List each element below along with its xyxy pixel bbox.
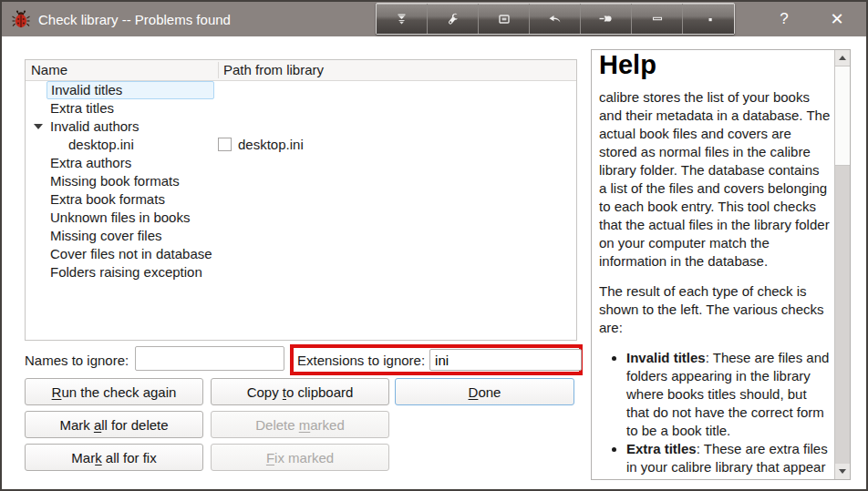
window-title: Check library -- Problems found [38,12,231,27]
button-label: un the check again [61,384,176,400]
row-label: Missing book formats [50,172,180,190]
tree-row-extra-titles[interactable]: Extra titles [26,99,576,118]
check-library-dialog: Check library -- Problems found [0,0,868,491]
bullet-term: Invalid titles [626,350,706,365]
done-button[interactable]: Done [395,378,574,405]
help-paragraph-2: The result of each type of check is show… [599,282,831,337]
fix-marked-button: Fix marked [211,444,389,471]
button-label: arked [310,417,345,433]
names-to-ignore-input[interactable] [135,346,284,371]
button-label: o clipboard [286,384,353,400]
mnemonic: m [299,417,311,433]
button-label: Mark [59,417,94,433]
mnemonic: a [94,417,101,433]
tree-header: Name Path from library [26,60,576,81]
button-label: Copy [247,384,283,400]
minimize-icon[interactable] [632,4,683,34]
help-bullet-list: Invalid titles: These are files and fold… [612,349,831,476]
row-label: Invalid authors [50,118,140,136]
row-label: Extra authors [50,154,131,172]
help-bullet-extra-titles: Extra titles: These are extra files in y… [626,440,831,476]
row-label: Cover files not in database [50,245,212,263]
button-label: one [478,384,501,400]
extensions-to-ignore-input[interactable] [429,349,582,371]
problems-tree: Name Path from library Invalid titles Ex… [25,59,577,341]
bullet-term: Extra titles [626,441,697,456]
close-button[interactable]: ✕ [817,2,857,36]
scroll-down-icon[interactable] [835,464,850,479]
column-divider[interactable] [218,62,219,78]
resize-dot-icon[interactable] [683,4,734,34]
button-label: Delete [255,417,299,433]
mnemonic: F [266,450,274,465]
help-panel: Help calibre stores the list of your boo… [591,49,851,480]
tree-row-invalid-authors[interactable]: Invalid authors [26,118,576,136]
shade-icon[interactable] [377,4,428,34]
column-header-name[interactable]: Name [31,60,67,80]
help-paragraph-1: calibre stores the list of your books an… [599,88,831,271]
button-label: Mar [71,450,95,465]
mnemonic: D [469,384,479,400]
help-heading: Help [599,56,831,74]
row-path: desktop.ini [238,136,304,154]
titlebar: Check library -- Problems found [2,2,866,36]
help-content: Help calibre stores the list of your boo… [592,50,834,479]
tree-row-extra-book-formats[interactable]: Extra book formats [26,190,576,209]
bug-icon [11,9,31,29]
row-label: Invalid titles [51,82,122,97]
tree-row-extra-authors[interactable]: Extra authors [26,154,576,172]
expand-arrow-icon[interactable] [34,124,43,129]
row-label: Extra titles [50,99,114,118]
copy-to-clipboard-button[interactable]: Copy to clipboard [211,378,389,405]
help-scrollbar[interactable] [834,50,850,479]
row-label: desktop.ini [68,136,134,154]
help-bullet-invalid-titles: Invalid titles: These are files and fold… [626,349,831,440]
row-checkbox[interactable] [218,138,232,151]
tree-row-unknown-files[interactable]: Unknown files in books [26,209,576,227]
scroll-up-icon[interactable] [835,50,850,66]
column-header-path[interactable]: Path from library [223,60,324,80]
maximize-icon[interactable] [479,4,530,34]
mnemonic: k [95,450,102,465]
pin-icon[interactable] [581,4,632,34]
row-label: Extra book formats [50,190,165,209]
tree-row-folders-raising-exception[interactable]: Folders raising exception [26,263,576,281]
tree-row-missing-cover-files[interactable]: Missing cover files [26,227,576,245]
titlebar-toolbar [376,3,735,35]
tree-row-invalid-titles[interactable]: Invalid titles [26,81,576,99]
undo-icon[interactable] [530,4,581,34]
button-label: all for fix [102,450,157,465]
run-check-again-button[interactable]: Run the check again [25,378,203,405]
scrollbar-thumb[interactable] [835,66,850,166]
tree-row-cover-files-not-in-db[interactable]: Cover files not in database [26,245,576,263]
button-label: ix marked [274,450,334,465]
extensions-to-ignore-label: Extensions to ignore: [297,353,425,368]
mnemonic: R [52,384,62,400]
tree-row-desktop-ini[interactable]: desktop.ini desktop.ini [26,136,576,154]
button-label: ll for delete [101,417,168,433]
help-button[interactable]: ? [764,2,804,36]
tree-row-missing-book-formats[interactable]: Missing book formats [26,172,576,190]
selected-row-highlight: Invalid titles [46,81,214,99]
names-to-ignore-label: Names to ignore: [25,353,129,368]
row-label: Unknown files in books [50,209,190,227]
row-label: Missing cover files [50,227,162,245]
mark-all-for-fix-button[interactable]: Mark all for fix [25,444,203,471]
row-label: Folders raising exception [50,263,202,281]
wrench-icon[interactable] [428,4,479,34]
delete-marked-button: Delete marked [211,411,389,438]
annotation-highlight: Extensions to ignore: [290,344,583,375]
mark-all-for-delete-button[interactable]: Mark all for delete [25,411,203,438]
